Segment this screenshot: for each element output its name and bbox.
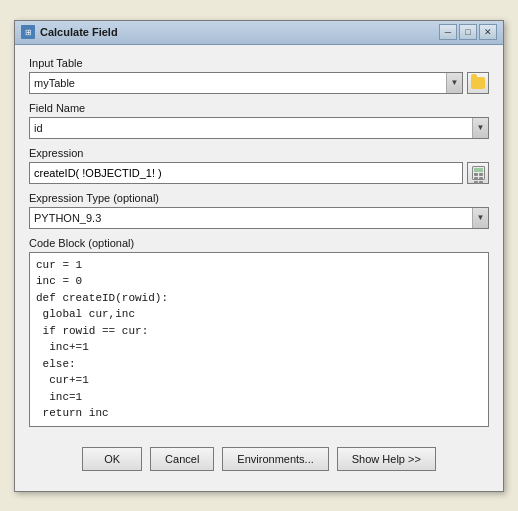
field-name-label: Field Name	[29, 102, 489, 114]
window-icon: ⊞	[21, 25, 35, 39]
window-title: Calculate Field	[40, 26, 439, 38]
expression-type-group: Expression Type (optional) PYTHON_9.3 ▼	[29, 192, 489, 229]
title-bar: ⊞ Calculate Field ─ □ ✕	[15, 21, 503, 45]
expression-input[interactable]	[29, 162, 463, 184]
calculator-icon	[472, 166, 485, 180]
cancel-button[interactable]: Cancel	[150, 447, 214, 471]
environments-button[interactable]: Environments...	[222, 447, 328, 471]
folder-icon	[471, 77, 485, 89]
calculate-field-dialog: ⊞ Calculate Field ─ □ ✕ Input Table myTa…	[14, 20, 504, 492]
dialog-content: Input Table myTable ▼ Field Name id ▼	[15, 45, 503, 491]
expression-type-select-wrapper[interactable]: PYTHON_9.3 ▼	[29, 207, 489, 229]
input-table-row: myTable ▼	[29, 72, 489, 94]
input-table-value: myTable	[30, 77, 462, 89]
expression-type-dropdown-arrow[interactable]: ▼	[472, 208, 488, 228]
field-name-dropdown-arrow[interactable]: ▼	[472, 118, 488, 138]
button-row: OK Cancel Environments... Show Help >>	[29, 437, 489, 479]
input-table-group: Input Table myTable ▼	[29, 57, 489, 94]
minimize-button[interactable]: ─	[439, 24, 457, 40]
maximize-button[interactable]: □	[459, 24, 477, 40]
expression-row	[29, 162, 489, 184]
code-block-input[interactable]	[29, 252, 489, 427]
expression-group: Expression	[29, 147, 489, 184]
input-table-dropdown-arrow[interactable]: ▼	[446, 73, 462, 93]
code-block-label: Code Block (optional)	[29, 237, 489, 249]
field-name-group: Field Name id ▼	[29, 102, 489, 139]
field-name-row: id ▼	[29, 117, 489, 139]
close-button[interactable]: ✕	[479, 24, 497, 40]
field-name-value: id	[30, 122, 488, 134]
title-bar-controls: ─ □ ✕	[439, 24, 497, 40]
expression-type-value: PYTHON_9.3	[30, 212, 488, 224]
input-table-select-wrapper[interactable]: myTable ▼	[29, 72, 463, 94]
input-table-browse-button[interactable]	[467, 72, 489, 94]
ok-button[interactable]: OK	[82, 447, 142, 471]
expression-calculator-button[interactable]	[467, 162, 489, 184]
field-name-select-wrapper[interactable]: id ▼	[29, 117, 489, 139]
expression-type-label: Expression Type (optional)	[29, 192, 489, 204]
show-help-button[interactable]: Show Help >>	[337, 447, 436, 471]
expression-label: Expression	[29, 147, 489, 159]
input-table-label: Input Table	[29, 57, 489, 69]
expression-type-row: PYTHON_9.3 ▼	[29, 207, 489, 229]
code-block-group: Code Block (optional)	[29, 237, 489, 429]
